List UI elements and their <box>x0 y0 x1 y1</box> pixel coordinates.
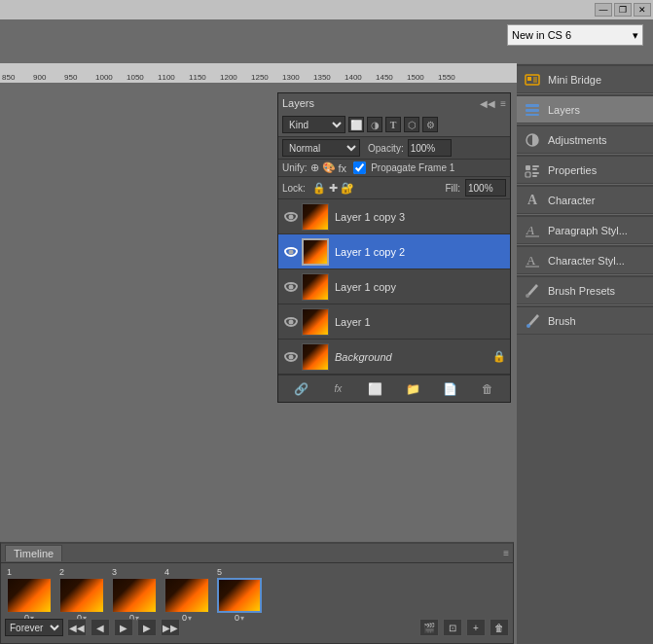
ruler-mark-6: 1150 <box>189 73 220 82</box>
panel-item-properties[interactable]: Properties <box>517 157 653 184</box>
panel-item-character-style[interactable]: A Character Styl... <box>517 247 653 274</box>
layer-thumb-bg <box>302 343 329 371</box>
lock-all-icon[interactable]: 🔐 <box>341 182 354 195</box>
opacity-label: Opacity: <box>368 143 404 154</box>
layer-visibility-bg[interactable] <box>282 348 300 366</box>
layer-row-copy-3[interactable]: Layer 1 copy 3 <box>278 199 510 234</box>
fill-field[interactable] <box>465 179 506 197</box>
panel-label-character-style: Character Styl... <box>548 255 625 267</box>
layer-row-copy-2[interactable]: Layer 1 copy 2 <box>278 234 510 269</box>
play-button[interactable]: ▶ <box>114 619 133 636</box>
rewind-button[interactable]: ◀◀ <box>67 619 87 636</box>
blend-mode-dropdown[interactable]: Normal <box>282 139 360 157</box>
paragraph-style-icon: A <box>523 221 542 240</box>
frame-num-5: 5 <box>215 567 222 577</box>
eye-icon-copy-2 <box>284 247 298 257</box>
ruler-mark-13: 1500 <box>407 73 438 82</box>
svg-rect-11 <box>532 168 537 170</box>
add-effect-icon[interactable]: fx <box>328 379 347 399</box>
layer-visibility-copy-3[interactable] <box>282 208 300 226</box>
filter-adjust-icon[interactable]: ◑ <box>367 117 382 132</box>
filter-pixel-icon[interactable]: ⬜ <box>348 117 364 132</box>
link-layers-icon[interactable]: 🔗 <box>291 379 310 399</box>
layer-lock-bg: 🔒 <box>492 350 506 363</box>
delete-frame-icon[interactable]: 🗑 <box>490 619 509 636</box>
svg-rect-10 <box>532 165 539 167</box>
frame-num-3: 3 <box>110 567 117 577</box>
minimize-button[interactable]: — <box>595 3 612 17</box>
layer-visibility-copy[interactable] <box>282 278 300 296</box>
brush-presets-icon <box>523 281 542 301</box>
panel-item-layers[interactable]: Layers <box>517 96 653 124</box>
layers-footer: 🔗 fx ⬜ 📁 📄 🗑 <box>278 375 510 402</box>
svg-point-20 <box>526 324 530 328</box>
panel-item-character[interactable]: A Character <box>517 187 653 214</box>
new-group-icon[interactable]: 📁 <box>403 379 422 399</box>
opacity-field[interactable] <box>408 139 452 157</box>
delete-layer-icon[interactable]: 🗑 <box>478 379 497 399</box>
unify-row: Unify: ⊕ 🎨 fx Propagate Frame 1 <box>278 160 510 177</box>
svg-text:A: A <box>526 223 534 237</box>
end-button[interactable]: ▶▶ <box>161 619 180 636</box>
layer-name-copy-3: Layer 1 copy 3 <box>335 211 506 223</box>
layer-row-1[interactable]: Layer 1 <box>278 304 510 340</box>
panel-item-paragraph-style[interactable]: A Paragraph Styl... <box>517 217 653 244</box>
panel-label-brush-presets: Brush Presets <box>548 285 615 297</box>
unify-label: Unify: <box>282 162 308 173</box>
new-layer-icon[interactable]: 📄 <box>440 379 459 399</box>
frame-cell-2[interactable]: 2 0 ▾ <box>57 567 106 623</box>
filter-shape-icon[interactable]: ⬡ <box>404 117 419 132</box>
frame-num-2: 2 <box>57 567 64 577</box>
filter-smart-icon[interactable]: ⚙ <box>422 117 438 132</box>
back-button[interactable]: ◀ <box>91 619 110 636</box>
panel-label-brush: Brush <box>548 315 576 327</box>
frame-cell-4[interactable]: 4 0 ▾ <box>163 567 211 623</box>
layer-row-bg[interactable]: Background 🔒 <box>278 340 510 375</box>
restore-button[interactable]: ❐ <box>614 3 632 17</box>
window-titlebar: — ❐ ✕ <box>0 0 653 19</box>
layer-thumb-copy-3 <box>302 203 329 231</box>
cs6-dropdown[interactable]: New in CS 6 ▾ <box>507 24 643 46</box>
timeline-panel: Timeline ≡ 1 0 ▾ 2 0 ▾ <box>0 542 514 644</box>
filter-type-icon[interactable]: T <box>385 117 401 132</box>
convert-timeline-icon[interactable]: 🎬 <box>419 619 439 636</box>
frame-delay-5: 0 ▾ <box>235 613 244 623</box>
ruler-mark-7: 1200 <box>220 73 251 82</box>
tween-icon[interactable]: ⊡ <box>443 619 462 636</box>
add-mask-icon[interactable]: ⬜ <box>366 379 385 399</box>
layer-row-copy[interactable]: Layer 1 copy <box>278 269 510 304</box>
layers-kind-toolbar: Kind ⬜ ◑ T ⬡ ⚙ <box>278 113 510 137</box>
forward-button[interactable]: ▶ <box>137 619 157 636</box>
panel-item-brush-presets[interactable]: Brush Presets <box>517 277 653 304</box>
panel-item-adjustments[interactable]: Adjustments <box>517 126 653 154</box>
frame-cell-3[interactable]: 3 0 ▾ <box>110 567 159 623</box>
panel-item-mini-bridge[interactable]: Mini Bridge <box>517 66 653 93</box>
layer-visibility-copy-2[interactable] <box>282 243 300 261</box>
close-button[interactable]: ✕ <box>634 3 651 17</box>
svg-rect-12 <box>526 172 530 177</box>
layers-collapse-icon[interactable]: ◀◀ <box>480 98 495 109</box>
timeline-tab[interactable]: Timeline <box>5 545 62 561</box>
character-icon: A <box>523 191 542 210</box>
loop-dropdown[interactable]: Forever <box>5 619 63 636</box>
layers-menu-icon[interactable]: ≡ <box>500 98 506 109</box>
new-frame-icon[interactable]: + <box>466 619 486 636</box>
layer-visibility-1[interactable] <box>282 313 300 331</box>
ruler-mark-9: 1300 <box>282 73 313 82</box>
unify-style-icon[interactable]: fx <box>339 162 347 174</box>
unify-pos-icon[interactable]: ⊕ <box>310 161 319 174</box>
frame-cell-5[interactable]: 5 0 ▾ <box>215 567 264 623</box>
svg-text:A: A <box>526 253 536 268</box>
lock-pixels-icon[interactable]: 🔒 <box>312 182 326 195</box>
eye-icon-copy-3 <box>284 212 298 222</box>
panel-item-brush[interactable]: Brush <box>517 307 653 335</box>
frame-cell-1[interactable]: 1 0 ▾ <box>5 567 54 623</box>
propagate-checkbox[interactable] <box>353 161 366 174</box>
lock-position-icon[interactable]: ✚ <box>329 182 338 195</box>
kind-dropdown[interactable]: Kind <box>282 116 345 133</box>
layers-panel-title: Layers <box>282 97 314 109</box>
timeline-menu-icon[interactable]: ≡ <box>503 548 509 558</box>
unify-color-icon[interactable]: 🎨 <box>322 161 336 174</box>
eye-icon-copy <box>284 282 298 292</box>
ruler-mark-5: 1100 <box>158 73 189 82</box>
